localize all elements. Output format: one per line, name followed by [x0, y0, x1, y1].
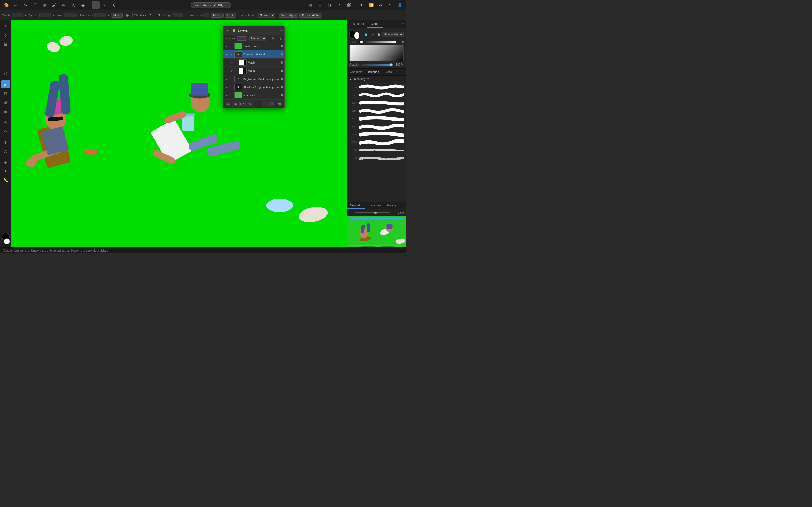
layers-add-icon[interactable]: ⊕	[280, 37, 282, 41]
export-icon[interactable]: ↗	[335, 1, 343, 9]
tool-selection-ellipse[interactable]: ○	[1, 60, 10, 68]
grid-view-icon[interactable]: ⊞	[306, 1, 314, 9]
brush-entry-8[interactable]: 128	[348, 147, 405, 154]
tool-sample[interactable]: ✦	[1, 167, 10, 175]
layer-brightness-visibility[interactable]: ●	[225, 77, 229, 81]
brush-entry-2[interactable]: 256	[348, 99, 405, 107]
brush-entry-0[interactable]: 64	[348, 83, 405, 91]
layers-view-icon[interactable]: 👁	[225, 28, 231, 33]
shape-tool-icon[interactable]: △	[69, 1, 77, 9]
opacity-arrow[interactable]: ▼	[52, 14, 55, 17]
zoom-out-button[interactable]: −	[349, 210, 354, 215]
layer-row-mask1[interactable]: ● Mask	[223, 59, 285, 67]
hardness-arrow[interactable]: ▼	[107, 14, 110, 17]
layers-delete-btn[interactable]: 🗑	[276, 101, 283, 107]
mirror-button[interactable]: Mirror	[211, 13, 223, 18]
tool-measure[interactable]: 📏	[1, 176, 10, 184]
hardness-input[interactable]: 80 %	[94, 13, 106, 17]
app-icon[interactable]: 🎨	[2, 1, 10, 9]
dropper-icon[interactable]: 💧	[363, 31, 369, 38]
undo-icon[interactable]: ↩	[12, 1, 20, 9]
greyscale-select[interactable]: Greyscale	[382, 32, 404, 37]
layers-adjustment-btn[interactable]: ✕	[247, 101, 253, 107]
layer-shadows-expand[interactable]	[230, 86, 233, 89]
symmetry-input[interactable]: 1	[203, 13, 209, 17]
grey-slider[interactable]	[359, 41, 396, 43]
transform-tab[interactable]: Transform	[365, 202, 384, 209]
layer-row-rectangle[interactable]: ● Rectangle	[223, 91, 285, 100]
opacity-input[interactable]: 100 %	[40, 13, 51, 17]
width-arrow[interactable]: ▼	[24, 14, 27, 17]
history-tab[interactable]: History	[384, 202, 399, 209]
brush-entry-9[interactable]: 128	[348, 154, 405, 162]
length-input[interactable]: 35	[173, 13, 182, 17]
colour-tab[interactable]: Colour	[367, 20, 383, 27]
close-tab-button[interactable]: ✕	[225, 3, 227, 6]
tool-selection-lasso[interactable]: ◎	[1, 69, 10, 77]
settings-icon[interactable]: ⚙	[377, 1, 385, 9]
brush-entry-3[interactable]: 256	[348, 107, 405, 114]
white-swatch[interactable]	[354, 32, 359, 39]
tool-move[interactable]: ↖	[1, 22, 10, 31]
layers-lock-icon[interactable]: 🔒	[232, 28, 237, 33]
circle-icon[interactable]: ○	[101, 1, 109, 9]
tool-zoom[interactable]: ⊕	[1, 158, 10, 166]
document-tab[interactable]: street dance (75.0%) ✕	[191, 2, 231, 8]
tool-crop[interactable]: ⊡	[1, 40, 10, 48]
stabiliser-icon[interactable]: 〜	[147, 12, 154, 18]
question-icon[interactable]: ?	[386, 1, 394, 9]
flow-arrow[interactable]: ▼	[77, 14, 79, 17]
panel-menu-icon[interactable]: ≡	[400, 20, 406, 27]
fill-icon[interactable]: ◉	[79, 1, 87, 9]
tool-node[interactable]: ◇	[1, 127, 10, 135]
layer-mask2-expand[interactable]	[234, 69, 238, 72]
tool-erase[interactable]: ◻	[1, 89, 10, 98]
stabiliser-settings-icon[interactable]: ⚙	[155, 12, 162, 18]
square-icon[interactable]: ▭	[92, 1, 100, 9]
channels-tab[interactable]: Channels	[347, 69, 365, 75]
zoom-slider[interactable]	[355, 212, 390, 213]
layer-row-background[interactable]: ● Background	[223, 42, 285, 50]
navigator-tab[interactable]: Navigator	[347, 202, 365, 209]
length-arrow[interactable]: ▼	[183, 14, 185, 17]
redo-icon[interactable]: ↪	[21, 1, 29, 9]
pencil-colour-icon[interactable]: ✏	[370, 31, 376, 38]
layer-bg-visibility[interactable]: ●	[225, 44, 229, 48]
wifi-icon[interactable]: 📶	[367, 1, 375, 9]
layer-rect-visibility[interactable]: ●	[225, 93, 229, 97]
layers-fx-btn[interactable]: FX	[239, 101, 246, 107]
layers-menu-icon[interactable]: ≡	[280, 29, 282, 33]
tool-paint[interactable]: 🖌	[1, 80, 10, 89]
layer-row-shadows[interactable]: ● ◑ Shadows / Highlights Adjustm	[223, 83, 285, 91]
layer-bg-expand[interactable]	[230, 45, 233, 48]
brush-type-icon[interactable]: ◉	[124, 12, 131, 18]
layer-row-compound[interactable]: ▶ ▼ ⊡ Compound Mask	[223, 50, 285, 59]
lock-icon[interactable]: 🔒	[377, 33, 380, 36]
layer-mask1-visibility[interactable]: ●	[229, 61, 233, 64]
layer-mask1-expand[interactable]	[234, 61, 238, 64]
layers-opacity-input[interactable]: 100 %	[237, 36, 247, 41]
tool-text[interactable]: T	[1, 138, 10, 147]
tool-fill[interactable]: ◉	[1, 98, 10, 107]
share-icon[interactable]: ⬆	[357, 1, 365, 9]
flow-input[interactable]: 100 %	[64, 13, 75, 17]
background-color[interactable]	[4, 238, 10, 244]
layers-blend-select[interactable]: Normal	[249, 36, 266, 41]
brush-tool-icon[interactable]: 🖌	[50, 1, 58, 9]
blend-mode-select[interactable]: Normal	[257, 13, 275, 18]
histogram-tab[interactable]: Histogram	[347, 20, 367, 27]
brush-entry-5[interactable]: 1024	[348, 123, 405, 130]
tool-selection-rect[interactable]: ▭	[1, 51, 10, 59]
brush-entry-6[interactable]: 1536	[348, 131, 405, 138]
layers-settings-icon[interactable]: ⚙	[271, 37, 274, 41]
layer-rect-expand[interactable]	[230, 94, 233, 97]
split-view-icon[interactable]: ⊟	[316, 1, 324, 9]
stock-tab[interactable]: Stock	[382, 69, 395, 75]
grid-icon[interactable]: ⊞	[41, 1, 49, 9]
user-icon[interactable]: 👤	[396, 1, 404, 9]
layer-compound-collapse[interactable]: ▶	[225, 52, 229, 56]
persona-icon[interactable]: 🧩	[345, 1, 353, 9]
navigator-preview[interactable]	[347, 216, 406, 247]
masking-header[interactable]: 🖌 Masking ▼	[347, 76, 406, 82]
layer-brightness-expand[interactable]	[230, 77, 233, 80]
